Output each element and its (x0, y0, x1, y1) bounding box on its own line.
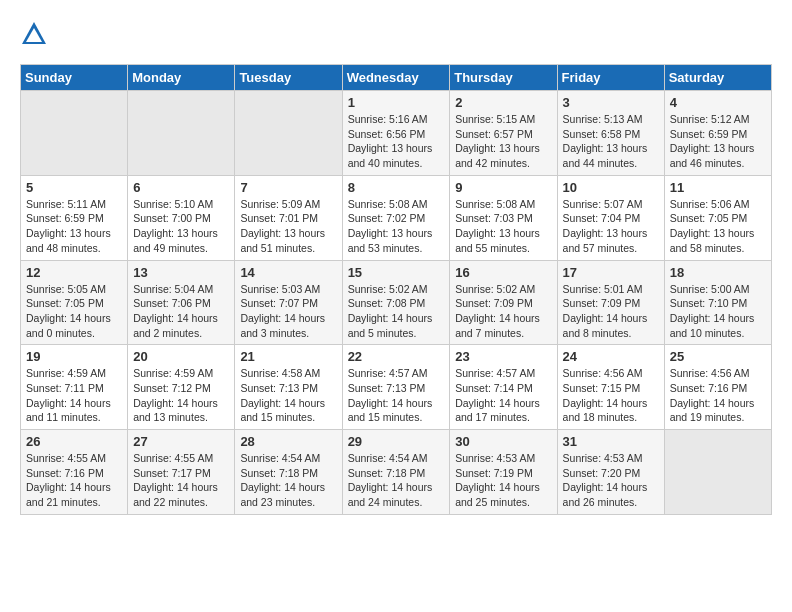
day-number: 3 (563, 95, 659, 110)
day-number: 16 (455, 265, 551, 280)
day-info: Sunrise: 5:09 AM Sunset: 7:01 PM Dayligh… (240, 197, 336, 256)
day-info: Sunrise: 5:05 AM Sunset: 7:05 PM Dayligh… (26, 282, 122, 341)
calendar-cell: 8Sunrise: 5:08 AM Sunset: 7:02 PM Daylig… (342, 175, 450, 260)
calendar-header-thursday: Thursday (450, 65, 557, 91)
day-number: 1 (348, 95, 445, 110)
day-number: 11 (670, 180, 766, 195)
calendar-cell: 28Sunrise: 4:54 AM Sunset: 7:18 PM Dayli… (235, 430, 342, 515)
day-info: Sunrise: 5:04 AM Sunset: 7:06 PM Dayligh… (133, 282, 229, 341)
calendar-cell: 24Sunrise: 4:56 AM Sunset: 7:15 PM Dayli… (557, 345, 664, 430)
calendar-cell (128, 91, 235, 176)
day-number: 18 (670, 265, 766, 280)
calendar-cell: 3Sunrise: 5:13 AM Sunset: 6:58 PM Daylig… (557, 91, 664, 176)
calendar-week-row: 1Sunrise: 5:16 AM Sunset: 6:56 PM Daylig… (21, 91, 772, 176)
day-number: 30 (455, 434, 551, 449)
day-number: 21 (240, 349, 336, 364)
day-info: Sunrise: 5:06 AM Sunset: 7:05 PM Dayligh… (670, 197, 766, 256)
calendar-cell (21, 91, 128, 176)
calendar-week-row: 12Sunrise: 5:05 AM Sunset: 7:05 PM Dayli… (21, 260, 772, 345)
day-info: Sunrise: 4:57 AM Sunset: 7:14 PM Dayligh… (455, 366, 551, 425)
calendar-header-tuesday: Tuesday (235, 65, 342, 91)
day-number: 2 (455, 95, 551, 110)
day-info: Sunrise: 4:56 AM Sunset: 7:15 PM Dayligh… (563, 366, 659, 425)
day-info: Sunrise: 5:02 AM Sunset: 7:08 PM Dayligh… (348, 282, 445, 341)
day-info: Sunrise: 4:53 AM Sunset: 7:19 PM Dayligh… (455, 451, 551, 510)
calendar-cell: 26Sunrise: 4:55 AM Sunset: 7:16 PM Dayli… (21, 430, 128, 515)
calendar-header-row: SundayMondayTuesdayWednesdayThursdayFrid… (21, 65, 772, 91)
calendar-table: SundayMondayTuesdayWednesdayThursdayFrid… (20, 64, 772, 515)
day-number: 24 (563, 349, 659, 364)
calendar-header-saturday: Saturday (664, 65, 771, 91)
day-number: 22 (348, 349, 445, 364)
day-info: Sunrise: 5:10 AM Sunset: 7:00 PM Dayligh… (133, 197, 229, 256)
calendar-cell: 20Sunrise: 4:59 AM Sunset: 7:12 PM Dayli… (128, 345, 235, 430)
calendar-cell: 22Sunrise: 4:57 AM Sunset: 7:13 PM Dayli… (342, 345, 450, 430)
calendar-body: 1Sunrise: 5:16 AM Sunset: 6:56 PM Daylig… (21, 91, 772, 515)
day-info: Sunrise: 5:02 AM Sunset: 7:09 PM Dayligh… (455, 282, 551, 341)
calendar-header-sunday: Sunday (21, 65, 128, 91)
day-number: 27 (133, 434, 229, 449)
calendar-header-wednesday: Wednesday (342, 65, 450, 91)
day-info: Sunrise: 5:00 AM Sunset: 7:10 PM Dayligh… (670, 282, 766, 341)
day-number: 6 (133, 180, 229, 195)
day-number: 23 (455, 349, 551, 364)
day-info: Sunrise: 5:03 AM Sunset: 7:07 PM Dayligh… (240, 282, 336, 341)
day-info: Sunrise: 4:58 AM Sunset: 7:13 PM Dayligh… (240, 366, 336, 425)
day-number: 13 (133, 265, 229, 280)
day-info: Sunrise: 4:55 AM Sunset: 7:17 PM Dayligh… (133, 451, 229, 510)
calendar-cell: 6Sunrise: 5:10 AM Sunset: 7:00 PM Daylig… (128, 175, 235, 260)
day-number: 10 (563, 180, 659, 195)
calendar-week-row: 19Sunrise: 4:59 AM Sunset: 7:11 PM Dayli… (21, 345, 772, 430)
day-info: Sunrise: 4:53 AM Sunset: 7:20 PM Dayligh… (563, 451, 659, 510)
day-number: 4 (670, 95, 766, 110)
day-info: Sunrise: 5:07 AM Sunset: 7:04 PM Dayligh… (563, 197, 659, 256)
calendar-cell: 21Sunrise: 4:58 AM Sunset: 7:13 PM Dayli… (235, 345, 342, 430)
day-number: 19 (26, 349, 122, 364)
day-number: 25 (670, 349, 766, 364)
day-info: Sunrise: 5:16 AM Sunset: 6:56 PM Dayligh… (348, 112, 445, 171)
calendar-header-monday: Monday (128, 65, 235, 91)
day-number: 31 (563, 434, 659, 449)
day-info: Sunrise: 5:08 AM Sunset: 7:03 PM Dayligh… (455, 197, 551, 256)
calendar-cell (664, 430, 771, 515)
calendar-cell: 5Sunrise: 5:11 AM Sunset: 6:59 PM Daylig… (21, 175, 128, 260)
calendar-cell: 19Sunrise: 4:59 AM Sunset: 7:11 PM Dayli… (21, 345, 128, 430)
day-number: 9 (455, 180, 551, 195)
calendar-week-row: 26Sunrise: 4:55 AM Sunset: 7:16 PM Dayli… (21, 430, 772, 515)
calendar-cell: 27Sunrise: 4:55 AM Sunset: 7:17 PM Dayli… (128, 430, 235, 515)
calendar-cell: 7Sunrise: 5:09 AM Sunset: 7:01 PM Daylig… (235, 175, 342, 260)
calendar-cell: 13Sunrise: 5:04 AM Sunset: 7:06 PM Dayli… (128, 260, 235, 345)
calendar-cell: 29Sunrise: 4:54 AM Sunset: 7:18 PM Dayli… (342, 430, 450, 515)
calendar-cell: 23Sunrise: 4:57 AM Sunset: 7:14 PM Dayli… (450, 345, 557, 430)
calendar-cell: 12Sunrise: 5:05 AM Sunset: 7:05 PM Dayli… (21, 260, 128, 345)
day-info: Sunrise: 5:01 AM Sunset: 7:09 PM Dayligh… (563, 282, 659, 341)
day-number: 15 (348, 265, 445, 280)
day-number: 17 (563, 265, 659, 280)
calendar-cell: 11Sunrise: 5:06 AM Sunset: 7:05 PM Dayli… (664, 175, 771, 260)
calendar-cell: 9Sunrise: 5:08 AM Sunset: 7:03 PM Daylig… (450, 175, 557, 260)
day-info: Sunrise: 4:56 AM Sunset: 7:16 PM Dayligh… (670, 366, 766, 425)
day-info: Sunrise: 5:15 AM Sunset: 6:57 PM Dayligh… (455, 112, 551, 171)
calendar-week-row: 5Sunrise: 5:11 AM Sunset: 6:59 PM Daylig… (21, 175, 772, 260)
day-info: Sunrise: 5:08 AM Sunset: 7:02 PM Dayligh… (348, 197, 445, 256)
day-info: Sunrise: 4:57 AM Sunset: 7:13 PM Dayligh… (348, 366, 445, 425)
day-number: 29 (348, 434, 445, 449)
day-number: 7 (240, 180, 336, 195)
calendar-cell: 14Sunrise: 5:03 AM Sunset: 7:07 PM Dayli… (235, 260, 342, 345)
day-info: Sunrise: 5:13 AM Sunset: 6:58 PM Dayligh… (563, 112, 659, 171)
calendar-cell: 25Sunrise: 4:56 AM Sunset: 7:16 PM Dayli… (664, 345, 771, 430)
day-info: Sunrise: 4:55 AM Sunset: 7:16 PM Dayligh… (26, 451, 122, 510)
day-info: Sunrise: 4:54 AM Sunset: 7:18 PM Dayligh… (348, 451, 445, 510)
logo-icon (20, 20, 48, 48)
day-info: Sunrise: 4:59 AM Sunset: 7:11 PM Dayligh… (26, 366, 122, 425)
calendar-cell: 2Sunrise: 5:15 AM Sunset: 6:57 PM Daylig… (450, 91, 557, 176)
day-number: 14 (240, 265, 336, 280)
day-number: 5 (26, 180, 122, 195)
day-info: Sunrise: 4:59 AM Sunset: 7:12 PM Dayligh… (133, 366, 229, 425)
logo (20, 20, 52, 48)
day-number: 28 (240, 434, 336, 449)
calendar-cell: 10Sunrise: 5:07 AM Sunset: 7:04 PM Dayli… (557, 175, 664, 260)
day-number: 12 (26, 265, 122, 280)
calendar-cell: 31Sunrise: 4:53 AM Sunset: 7:20 PM Dayli… (557, 430, 664, 515)
day-number: 20 (133, 349, 229, 364)
